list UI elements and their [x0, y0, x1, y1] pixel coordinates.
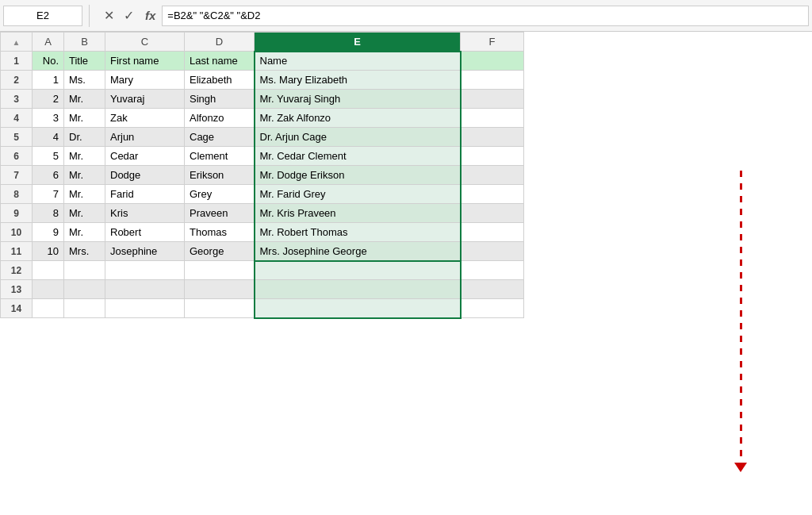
col-header-f[interactable]: F: [461, 33, 524, 52]
row-header-2[interactable]: 2: [1, 71, 33, 90]
cell-c10[interactable]: Robert: [105, 223, 185, 242]
cell-f12[interactable]: [461, 261, 524, 280]
cell-b11[interactable]: Mrs.: [64, 242, 105, 261]
cell-d13[interactable]: [185, 280, 255, 299]
col-header-d[interactable]: D: [185, 33, 255, 52]
cell-b8[interactable]: Mr.: [64, 185, 105, 204]
cell-c4[interactable]: Zak: [105, 109, 185, 128]
cell-d2[interactable]: Elizabeth: [185, 71, 255, 90]
cell-a9[interactable]: 8: [33, 204, 64, 223]
row-header-1[interactable]: 1: [1, 52, 33, 71]
name-box[interactable]: E2: [3, 6, 82, 26]
cell-e3[interactable]: Mr. Yuvaraj Singh: [255, 90, 461, 109]
cell-c1[interactable]: First name: [105, 52, 185, 71]
cell-c9[interactable]: Kris: [105, 204, 185, 223]
cell-f9[interactable]: [461, 204, 524, 223]
formula-input[interactable]: [162, 6, 809, 26]
cell-f3[interactable]: [461, 90, 524, 109]
cell-b12[interactable]: [64, 261, 105, 280]
cell-b13[interactable]: [64, 280, 105, 299]
cell-c6[interactable]: Cedar: [105, 147, 185, 166]
cell-e6[interactable]: Mr. Cedar Clement: [255, 147, 461, 166]
cell-b1[interactable]: Title: [64, 52, 105, 71]
cell-d7[interactable]: Erikson: [185, 166, 255, 185]
row-header-12[interactable]: 12: [1, 261, 33, 280]
cell-d9[interactable]: Praveen: [185, 204, 255, 223]
cell-a1[interactable]: No.: [33, 52, 64, 71]
cell-e2[interactable]: Ms. Mary Elizabeth: [255, 71, 461, 90]
cell-c5[interactable]: Arjun: [105, 128, 185, 147]
cell-e11[interactable]: Mrs. Josephine George: [255, 242, 461, 261]
cell-a8[interactable]: 7: [33, 185, 64, 204]
cell-f1[interactable]: [461, 52, 524, 71]
cell-d14[interactable]: [185, 299, 255, 318]
cell-a10[interactable]: 9: [33, 223, 64, 242]
row-header-8[interactable]: 8: [1, 185, 33, 204]
cell-a3[interactable]: 2: [33, 90, 64, 109]
cell-d4[interactable]: Alfonzo: [185, 109, 255, 128]
cell-d12[interactable]: [185, 261, 255, 280]
cell-e5[interactable]: Dr. Arjun Cage: [255, 128, 461, 147]
cell-a7[interactable]: 6: [33, 166, 64, 185]
cell-e13[interactable]: [255, 280, 461, 299]
cell-b9[interactable]: Mr.: [64, 204, 105, 223]
cell-a4[interactable]: 3: [33, 109, 64, 128]
cell-c12[interactable]: [105, 261, 185, 280]
row-header-6[interactable]: 6: [1, 147, 33, 166]
cell-e8[interactable]: Mr. Farid Grey: [255, 185, 461, 204]
cell-d1[interactable]: Last name: [185, 52, 255, 71]
cell-d5[interactable]: Cage: [185, 128, 255, 147]
cell-e14[interactable]: [255, 299, 461, 318]
col-header-a[interactable]: A: [33, 33, 64, 52]
cell-a5[interactable]: 4: [33, 128, 64, 147]
row-header-10[interactable]: 10: [1, 223, 33, 242]
cell-d3[interactable]: Singh: [185, 90, 255, 109]
cell-d11[interactable]: George: [185, 242, 255, 261]
confirm-icon[interactable]: ✓: [121, 6, 137, 25]
cell-b7[interactable]: Mr.: [64, 166, 105, 185]
cell-f4[interactable]: [461, 109, 524, 128]
cell-c14[interactable]: [105, 299, 185, 318]
cell-d8[interactable]: Grey: [185, 185, 255, 204]
cell-d6[interactable]: Clement: [185, 147, 255, 166]
cell-a14[interactable]: [33, 299, 64, 318]
col-header-b[interactable]: B: [64, 33, 105, 52]
cell-c3[interactable]: Yuvaraj: [105, 90, 185, 109]
cell-d10[interactable]: Thomas: [185, 223, 255, 242]
cell-f11[interactable]: [461, 242, 524, 261]
cell-b4[interactable]: Mr.: [64, 109, 105, 128]
cell-b3[interactable]: Mr.: [64, 90, 105, 109]
cell-c11[interactable]: Josephine: [105, 242, 185, 261]
cell-e1[interactable]: Name: [255, 52, 461, 71]
cell-a12[interactable]: [33, 261, 64, 280]
cell-f5[interactable]: [461, 128, 524, 147]
cell-c7[interactable]: Dodge: [105, 166, 185, 185]
cell-a6[interactable]: 5: [33, 147, 64, 166]
cell-a2[interactable]: 1: [33, 71, 64, 90]
cell-e4[interactable]: Mr. Zak Alfonzo: [255, 109, 461, 128]
row-header-5[interactable]: 5: [1, 128, 33, 147]
cell-e7[interactable]: Mr. Dodge Erikson: [255, 166, 461, 185]
row-header-7[interactable]: 7: [1, 166, 33, 185]
cell-f2[interactable]: [461, 71, 524, 90]
cell-e10[interactable]: Mr. Robert Thomas: [255, 223, 461, 242]
cell-e12[interactable]: [255, 261, 461, 280]
row-header-9[interactable]: 9: [1, 204, 33, 223]
cell-f14[interactable]: [461, 299, 524, 318]
cell-b2[interactable]: Ms.: [64, 71, 105, 90]
cell-a11[interactable]: 10: [33, 242, 64, 261]
cell-b5[interactable]: Dr.: [64, 128, 105, 147]
row-header-14[interactable]: 14: [1, 299, 33, 318]
col-header-c[interactable]: C: [105, 33, 185, 52]
cell-f8[interactable]: [461, 185, 524, 204]
cell-c2[interactable]: Mary: [105, 71, 185, 90]
cell-f6[interactable]: [461, 147, 524, 166]
cell-c13[interactable]: [105, 280, 185, 299]
row-header-13[interactable]: 13: [1, 280, 33, 299]
cell-b14[interactable]: [64, 299, 105, 318]
cell-b6[interactable]: Mr.: [64, 147, 105, 166]
cancel-icon[interactable]: ✕: [101, 6, 117, 25]
col-header-e[interactable]: E: [255, 33, 461, 52]
cell-f10[interactable]: [461, 223, 524, 242]
cell-a13[interactable]: [33, 280, 64, 299]
